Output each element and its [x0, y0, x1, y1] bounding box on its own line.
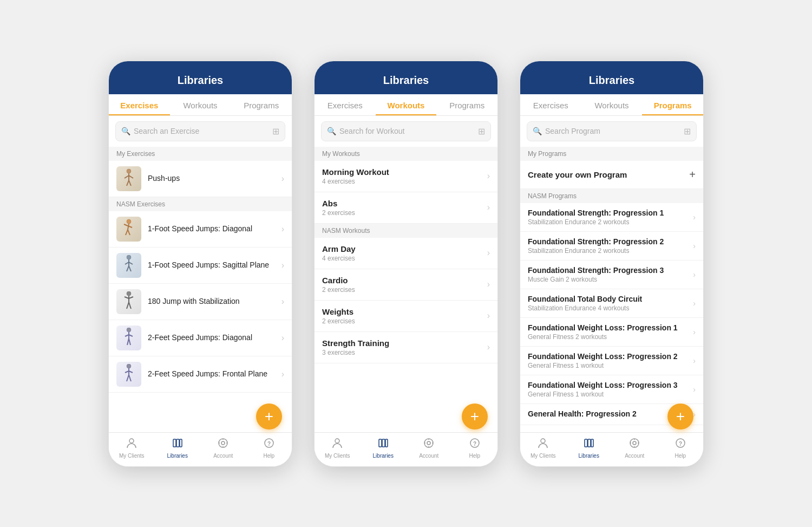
svg-line-23: [129, 302, 131, 309]
phones-container: Libraries Exercises Workouts Programs 🔍 …: [108, 61, 704, 467]
svg-rect-39: [180, 439, 182, 447]
tab-workouts-ex[interactable]: Workouts: [170, 94, 231, 115]
prog6-name: Foundational Weight Loss: Progression 2: [528, 352, 693, 361]
armday-chevron: ›: [487, 248, 490, 258]
2feet-diag-label: 2-Feet Speed Jumps: Diagonal: [148, 333, 281, 342]
180-figure: [121, 291, 136, 312]
list-item[interactable]: Push-ups ›: [109, 161, 292, 197]
tab-programs-ex[interactable]: Programs: [231, 94, 292, 115]
svg-rect-63: [591, 439, 593, 447]
1foot-sag-chevron: ›: [281, 261, 284, 270]
svg-line-21: [129, 297, 133, 298]
search-exercise-placeholder: Search an Exercise: [134, 127, 272, 135]
phone-exercises-header: Libraries: [109, 61, 292, 94]
search-bar-workouts[interactable]: 🔍 Search for Workout ⊞: [321, 121, 491, 141]
create-program-row[interactable]: Create your own Program +: [520, 161, 703, 189]
phone-workouts-header: Libraries: [315, 61, 497, 94]
nav-help-p[interactable]: ? Help: [658, 437, 704, 459]
list-item[interactable]: Foundational Strength: Progression 1 Sta…: [520, 203, 703, 232]
tab-exercises[interactable]: Exercises: [109, 94, 170, 115]
svg-rect-38: [176, 439, 179, 447]
nav-my-clients-p[interactable]: My Clients: [520, 437, 566, 459]
nav-libraries[interactable]: Libraries: [155, 437, 201, 459]
svg-line-2: [125, 175, 129, 178]
nav-account-w[interactable]: Account: [406, 437, 452, 459]
libraries-icon-w: [377, 437, 389, 452]
svg-point-0: [127, 169, 131, 173]
phone-workouts: Libraries Exercises Workouts Programs 🔍 …: [314, 61, 498, 467]
grid-icon-w[interactable]: ⊞: [478, 126, 485, 136]
list-item[interactable]: 180 Jump with Stabilization ›: [109, 284, 292, 320]
phone-programs-header: Libraries: [520, 61, 703, 94]
1foot-diag-label: 1-Foot Speed Jumps: Diagonal: [148, 224, 281, 233]
fab-add-program[interactable]: +: [667, 404, 693, 430]
nav-account-p[interactable]: Account: [612, 437, 658, 459]
grid-icon-p[interactable]: ⊞: [684, 126, 691, 136]
tab-programs-w[interactable]: Programs: [436, 94, 497, 115]
list-item[interactable]: Foundational Weight Loss: Progression 1 …: [520, 318, 703, 347]
tab-exercises-p[interactable]: Exercises: [520, 94, 581, 115]
svg-text:?: ?: [267, 440, 271, 446]
nav-help[interactable]: ? Help: [246, 437, 292, 459]
list-item[interactable]: Foundational Weight Loss: Progression 2 …: [520, 347, 703, 375]
svg-point-65: [633, 441, 636, 445]
list-item[interactable]: Foundational Strength: Progression 2 Sta…: [520, 232, 703, 261]
search-bar-programs[interactable]: 🔍 Search Program ⊞: [527, 121, 697, 141]
morning-workout-chevron: ›: [487, 171, 490, 181]
search-program-placeholder: Search Program: [545, 127, 684, 135]
nav-libraries-p[interactable]: Libraries: [566, 437, 612, 459]
nasm-exercises-header: NASM Exercises: [109, 197, 292, 211]
nav-help-w[interactable]: ? Help: [452, 437, 498, 459]
svg-rect-50: [382, 439, 385, 447]
account-icon-w: [423, 437, 435, 452]
nav-libraries-w[interactable]: Libraries: [361, 437, 407, 459]
prog1-sub: Stabilization Endurance 2 workouts: [528, 218, 693, 226]
prog7-info: Foundational Weight Loss: Progression 3 …: [528, 381, 693, 398]
tab-programs-p[interactable]: Programs: [642, 94, 703, 115]
prog1-name: Foundational Strength: Progression 1: [528, 209, 693, 217]
grid-icon[interactable]: ⊞: [272, 126, 279, 136]
list-item[interactable]: Foundational Weight Loss: Progression 3 …: [520, 375, 703, 404]
svg-point-53: [427, 441, 430, 445]
list-item[interactable]: Foundational Strength: Progression 3 Mus…: [520, 261, 703, 289]
2feet-diag-thumb: [116, 326, 141, 350]
list-item[interactable]: Arm Day 4 exercises ›: [315, 238, 497, 269]
list-item[interactable]: 1-Foot Speed Jumps: Diagonal ›: [109, 211, 292, 248]
nav-my-clients-label: My Clients: [119, 453, 145, 459]
list-item[interactable]: Weights 2 exercises ›: [315, 301, 497, 332]
list-item[interactable]: Morning Workout 4 exercises ›: [315, 161, 497, 192]
phone-workouts-title: Libraries: [383, 74, 429, 86]
tab-workouts-p[interactable]: Workouts: [581, 94, 643, 115]
cardio-chevron: ›: [487, 279, 490, 289]
nav-my-clients[interactable]: My Clients: [109, 437, 155, 459]
svg-line-35: [129, 375, 131, 381]
nav-my-clients-label-w: My Clients: [325, 453, 350, 459]
list-item[interactable]: Strength Training 3 exercises ›: [315, 332, 497, 363]
fab-add-exercise[interactable]: +: [256, 404, 282, 430]
nav-libraries-label: Libraries: [167, 453, 188, 459]
my-clients-icon: [126, 437, 137, 452]
svg-line-8: [124, 224, 128, 226]
list-item[interactable]: Foundational Total Body Circuit Stabiliz…: [520, 289, 703, 318]
prog8-chevron: ›: [693, 410, 696, 419]
search-bar-exercises[interactable]: 🔍 Search an Exercise ⊞: [115, 121, 285, 141]
nav-libraries-label-w: Libraries: [373, 453, 394, 459]
nav-account[interactable]: Account: [200, 437, 246, 459]
cardio-sub: 2 exercises: [322, 286, 487, 294]
fab-add-workout[interactable]: +: [462, 404, 488, 430]
tab-workouts-w[interactable]: Workouts: [376, 94, 437, 115]
list-item[interactable]: Cardio 2 exercises ›: [315, 269, 497, 301]
svg-line-34: [127, 375, 129, 381]
svg-line-17: [129, 266, 131, 271]
my-workouts-header: My Workouts: [315, 147, 497, 161]
create-program-plus-icon[interactable]: +: [689, 168, 696, 181]
tab-exercises-w[interactable]: Exercises: [315, 94, 376, 115]
nav-my-clients-w[interactable]: My Clients: [315, 437, 361, 459]
list-item[interactable]: 2-Feet Speed Jumps: Frontal Plane ›: [109, 356, 292, 393]
prog3-info: Foundational Strength: Progression 3 Mus…: [528, 266, 693, 283]
list-item[interactable]: 2-Feet Speed Jumps: Diagonal ›: [109, 320, 292, 356]
prog5-chevron: ›: [693, 328, 696, 336]
list-item[interactable]: Abs 2 exercises ›: [315, 192, 497, 224]
list-item[interactable]: 1-Foot Speed Jumps: Sagittal Plane ›: [109, 248, 292, 284]
svg-text:?: ?: [473, 440, 476, 446]
